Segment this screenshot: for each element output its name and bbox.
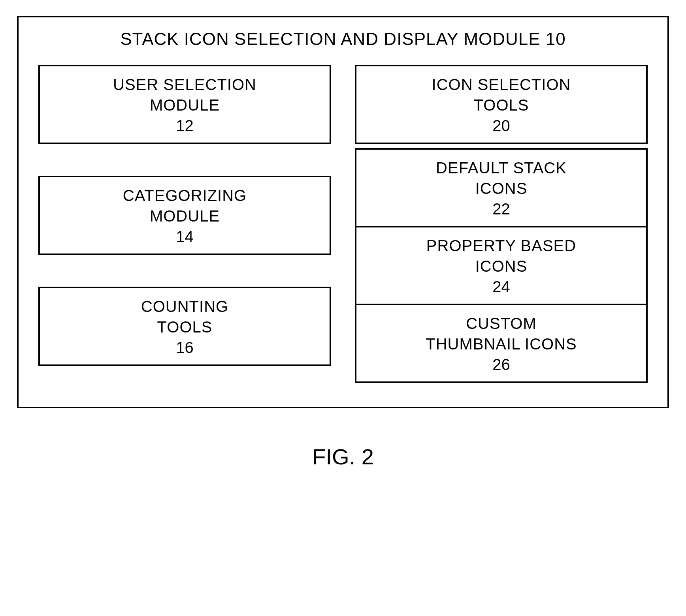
box-number: 16 [52,339,318,357]
box-title: CATEGORIZINGMODULE [52,185,318,226]
box-title: PROPERTY BASEDICONS [368,235,634,276]
user-selection-module-box: USER SELECTIONMODULE 12 [38,65,331,144]
box-number: 22 [368,200,634,218]
right-column: ICON SELECTIONTOOLS 20 DEFAULT STACKICON… [355,65,648,383]
columns-container: USER SELECTIONMODULE 12 CATEGORIZINGMODU… [38,65,648,383]
box-title: DEFAULT STACKICONS [368,158,634,199]
box-title: USER SELECTIONMODULE [52,74,318,115]
categorizing-module-box: CATEGORIZINGMODULE 14 [38,176,331,255]
box-number: 20 [368,117,634,135]
default-stack-icons-box: DEFAULT STACKICONS 22 [355,148,648,226]
box-number: 14 [52,228,318,246]
icon-selection-tools-box: ICON SELECTIONTOOLS 20 [355,65,648,144]
box-title: CUSTOMTHUMBNAIL ICONS [368,313,634,354]
figure-label: FIG. 2 [312,444,374,470]
box-number: 12 [52,117,318,135]
module-container: STACK ICON SELECTION AND DISPLAY MODULE … [17,16,669,408]
box-title: COUNTINGTOOLS [52,296,318,337]
custom-thumbnail-icons-box: CUSTOMTHUMBNAIL ICONS 26 [355,304,648,383]
box-number: 26 [368,356,634,374]
property-based-icons-box: PROPERTY BASEDICONS 24 [355,226,648,304]
counting-tools-box: COUNTINGTOOLS 16 [38,287,331,366]
box-number: 24 [368,278,634,296]
module-title: STACK ICON SELECTION AND DISPLAY MODULE … [38,29,648,49]
box-title: ICON SELECTIONTOOLS [368,74,634,115]
left-column: USER SELECTIONMODULE 12 CATEGORIZINGMODU… [38,65,331,383]
